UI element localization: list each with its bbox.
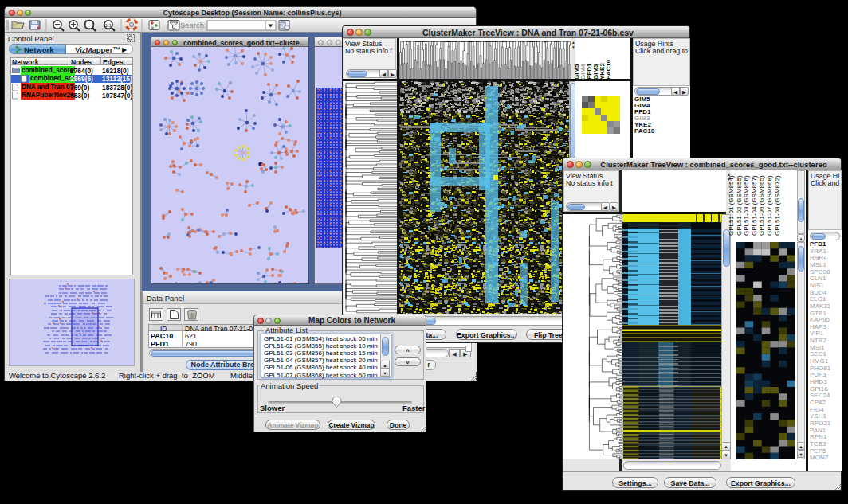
svg-text:Search:: Search: bbox=[180, 21, 206, 29]
svg-text:1:1: 1:1 bbox=[105, 23, 112, 28]
